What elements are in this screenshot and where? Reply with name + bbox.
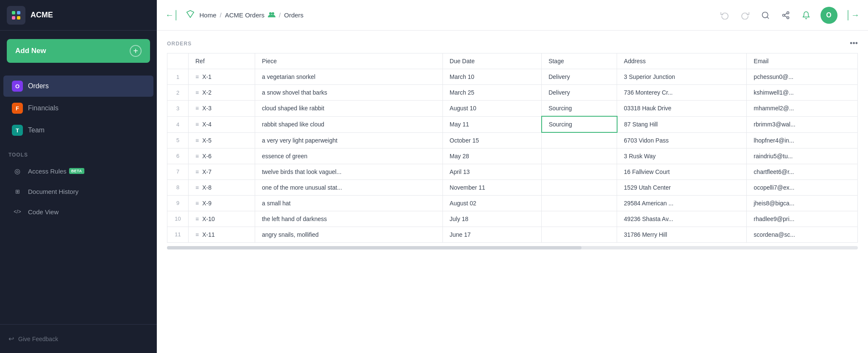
row-piece[interactable]: one of the more unusual stat... [255, 179, 442, 195]
row-email[interactable]: ocopelli7@ex... [747, 179, 858, 195]
row-due-date[interactable]: March 10 [442, 69, 541, 85]
breadcrumb-acme-orders[interactable]: ACME Orders [225, 11, 264, 19]
row-ref[interactable]: ≡X-6 [189, 148, 255, 164]
notifications-button[interactable] [800, 9, 812, 21]
table-row[interactable]: 9≡X-9a small hatAugust 0229584 American … [167, 195, 858, 211]
row-stage[interactable] [542, 132, 617, 148]
table-row[interactable]: 7≡X-7twelve birds that look vaguel...Apr… [167, 164, 858, 179]
row-ref[interactable]: ≡X-5 [189, 132, 255, 148]
row-address[interactable]: 03318 Hauk Drive [617, 101, 747, 117]
table-row[interactable]: 4≡X-4rabbit shaped like cloudMay 11Sourc… [167, 116, 858, 132]
row-due-date[interactable]: October 15 [442, 132, 541, 148]
row-email[interactable]: pchessun0@... [747, 69, 858, 85]
row-stage[interactable]: Delivery [542, 69, 617, 85]
row-due-date[interactable]: May 28 [442, 148, 541, 164]
row-stage[interactable] [542, 179, 617, 195]
search-button[interactable] [760, 9, 771, 21]
row-ref[interactable]: ≡X-8 [189, 179, 255, 195]
row-address[interactable]: 3 Rusk Way [617, 148, 747, 164]
row-due-date[interactable]: May 11 [442, 116, 541, 132]
row-email[interactable]: jheis8@bigca... [747, 195, 858, 211]
row-ref[interactable]: ≡X-7 [189, 164, 255, 179]
row-stage[interactable] [542, 164, 617, 179]
row-due-date[interactable]: November 11 [442, 179, 541, 195]
document-history-item[interactable]: ⊞ Document History [8, 182, 148, 201]
code-view-item[interactable]: </> Code View [8, 202, 148, 221]
row-piece[interactable]: a very very light paperweight [255, 132, 442, 148]
give-feedback-item[interactable]: ↩ Give Feedback [8, 331, 148, 346]
expand-panel-button[interactable]: │→ [846, 10, 860, 20]
row-email[interactable]: kshimwell1@... [747, 85, 858, 101]
table-row[interactable]: 10≡X-10the left hand of darknessJuly 184… [167, 211, 858, 227]
share-button[interactable] [780, 9, 792, 21]
table-row[interactable]: 2≡X-2a snow shovel that barksMarch 25Del… [167, 85, 858, 101]
undo-button[interactable] [719, 9, 731, 21]
row-address[interactable]: 3 Superior Junction [617, 69, 747, 85]
row-due-date[interactable]: April 13 [442, 164, 541, 179]
row-piece[interactable]: the left hand of darkness [255, 211, 442, 227]
col-piece[interactable]: Piece [255, 53, 442, 69]
row-ref[interactable]: ≡X-1 [189, 69, 255, 85]
row-piece[interactable]: a snow shovel that barks [255, 85, 442, 101]
row-piece[interactable]: a small hat [255, 195, 442, 211]
row-email[interactable]: mhammel2@... [747, 101, 858, 117]
table-row[interactable]: 11≡X-11angry snails, mollifiedJune 17317… [167, 227, 858, 242]
row-piece[interactable]: essence of green [255, 148, 442, 164]
row-address[interactable]: 29584 American ... [617, 195, 747, 211]
row-email[interactable]: rbrimm3@wal... [747, 116, 858, 132]
table-row[interactable]: 1≡X-1a vegetarian snorkelMarch 10Deliver… [167, 69, 858, 85]
row-stage[interactable]: Delivery [542, 85, 617, 101]
row-piece[interactable]: twelve birds that look vaguel... [255, 164, 442, 179]
row-stage[interactable] [542, 211, 617, 227]
row-ref[interactable]: ≡X-10 [189, 211, 255, 227]
row-piece[interactable]: rabbit shaped like cloud [255, 116, 442, 132]
row-email[interactable]: rhadlee9@pri... [747, 211, 858, 227]
redo-button[interactable] [739, 9, 751, 21]
col-ref[interactable]: Ref [189, 53, 255, 69]
row-address[interactable]: 16 Fallview Court [617, 164, 747, 179]
sidebar-item-team[interactable]: T Team [3, 120, 153, 141]
table-row[interactable]: 5≡X-5a very very light paperweightOctobe… [167, 132, 858, 148]
row-stage[interactable]: Sourcing [542, 116, 617, 132]
row-piece[interactable]: cloud shaped like rabbit [255, 101, 442, 117]
col-address[interactable]: Address [617, 53, 747, 69]
row-address[interactable]: 31786 Merry Hill [617, 227, 747, 242]
row-address[interactable]: 1529 Utah Center [617, 179, 747, 195]
row-due-date[interactable]: June 17 [442, 227, 541, 242]
row-address[interactable]: 49236 Shasta Av... [617, 211, 747, 227]
row-due-date[interactable]: August 02 [442, 195, 541, 211]
row-email[interactable]: lhopfner4@in... [747, 132, 858, 148]
row-ref[interactable]: ≡X-9 [189, 195, 255, 211]
row-email[interactable]: scordena@sc... [747, 227, 858, 242]
col-email[interactable]: Email [747, 53, 858, 69]
row-stage[interactable] [542, 148, 617, 164]
row-due-date[interactable]: July 18 [442, 211, 541, 227]
add-new-button[interactable]: Add New + [7, 39, 150, 63]
sidebar-item-orders[interactable]: O Orders [3, 76, 153, 97]
table-row[interactable]: 3≡X-3cloud shaped like rabbitAugust 10So… [167, 101, 858, 117]
row-stage[interactable]: Sourcing [542, 101, 617, 117]
row-piece[interactable]: a vegetarian snorkel [255, 69, 442, 85]
sidebar-item-financials[interactable]: F Financials [3, 98, 153, 119]
row-ref[interactable]: ≡X-3 [189, 101, 255, 117]
row-email[interactable]: chartfleet6@r... [747, 164, 858, 179]
row-email[interactable]: raindriu5@tu... [747, 148, 858, 164]
row-ref[interactable]: ≡X-2 [189, 85, 255, 101]
user-avatar-button[interactable]: O [821, 7, 837, 24]
row-stage[interactable] [542, 227, 617, 242]
row-address[interactable]: 87 Stang Hill [617, 116, 747, 132]
row-address[interactable]: 6703 Vidon Pass [617, 132, 747, 148]
row-address[interactable]: 736 Monterey Cr... [617, 85, 747, 101]
access-rules-item[interactable]: ◎ Access Rules BETA [8, 161, 148, 181]
row-stage[interactable] [542, 195, 617, 211]
row-due-date[interactable]: August 10 [442, 101, 541, 117]
breadcrumb-home[interactable]: Home [200, 11, 217, 19]
table-more-button[interactable]: ••• [850, 39, 858, 48]
collapse-sidebar-button[interactable]: ←│ [165, 10, 179, 20]
row-due-date[interactable]: March 25 [442, 85, 541, 101]
table-row[interactable]: 6≡X-6essence of greenMay 283 Rusk Wayrai… [167, 148, 858, 164]
col-stage[interactable]: Stage [542, 53, 617, 69]
horizontal-scrollbar[interactable] [167, 246, 858, 249]
col-due-date[interactable]: Due Date [442, 53, 541, 69]
table-row[interactable]: 8≡X-8one of the more unusual stat...Nove… [167, 179, 858, 195]
